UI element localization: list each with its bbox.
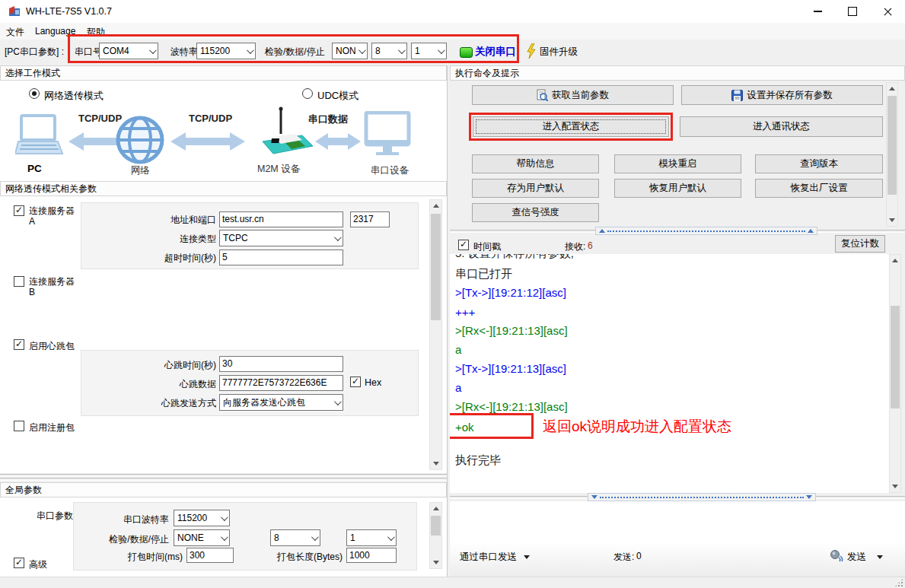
pack-len-input[interactable]: 1000 [346, 548, 397, 563]
pc-serial-params-label: [PC串口参数] : [5, 46, 64, 59]
firmware-upgrade-button[interactable]: 固件升级 [540, 46, 578, 59]
send-count: 0 [636, 551, 642, 561]
scroll-up-icon[interactable] [890, 255, 900, 266]
server-b-label: 连接服务器 [29, 275, 75, 288]
register-label: 启用注册包 [29, 421, 75, 434]
collapse-down-icon[interactable] [591, 495, 597, 499]
module-restart-button[interactable]: 模块重启 [614, 154, 741, 173]
scroll-up-icon[interactable] [887, 83, 897, 94]
radio-transparent-mode[interactable] [29, 88, 40, 99]
g-stopbits-select[interactable]: 1 [346, 529, 397, 546]
restore-user-default-button[interactable]: 恢复用户默认 [614, 179, 741, 198]
pc-laptop-icon [15, 114, 65, 160]
title-bar: WH-LTE-7S5 V1.0.7 [0, 0, 905, 23]
send-label: 发送: [613, 551, 634, 564]
pack-time-input[interactable]: 300 [186, 548, 234, 563]
get-params-button[interactable]: 获取当前参数 [472, 85, 674, 105]
chevron-down-icon[interactable] [331, 395, 343, 410]
send-speaker-icon [830, 548, 843, 562]
g-baud-label: 串口波特率 [85, 513, 169, 526]
scroll-down-icon[interactable] [890, 481, 900, 492]
conn-type-select[interactable]: TCPC [219, 230, 343, 246]
collapse-down-icon[interactable] [806, 495, 812, 499]
g-parity-select[interactable]: NONE [174, 529, 230, 546]
server-address-input[interactable]: test.usr.cn [219, 211, 343, 227]
resize-grip[interactable] [894, 578, 903, 587]
timeout-input[interactable]: 5 [219, 250, 343, 265]
dropdown-caret-icon[interactable] [877, 555, 883, 559]
log-line: a [455, 381, 461, 394]
chevron-down-icon[interactable] [218, 530, 229, 545]
hex-checkbox[interactable] [350, 377, 361, 387]
minimize-button[interactable] [800, 0, 835, 23]
scrollbar-thumb[interactable] [431, 214, 441, 320]
hb-time-input[interactable]: 30 [219, 356, 343, 372]
server-port-input[interactable]: 2317 [350, 211, 390, 227]
timestamp-checkbox[interactable] [458, 240, 469, 250]
splitter-left[interactable] [0, 474, 447, 477]
scroll-down-icon[interactable] [430, 557, 441, 568]
global-params-scrollbar[interactable] [429, 502, 442, 569]
close-button[interactable] [870, 0, 905, 23]
save-user-default-button[interactable]: 存为用户默认 [472, 179, 599, 198]
hb-mode-label: 心跳发送方式 [125, 397, 216, 410]
menu-file[interactable]: 文件 [6, 26, 24, 39]
send-area[interactable] [450, 501, 905, 577]
query-version-button[interactable]: 查询版本 [755, 154, 883, 173]
work-mode-header: 选择工作模式 [0, 65, 447, 81]
floppy-save-icon [731, 90, 743, 101]
diagram-link2-label: TCP/UDP [189, 113, 232, 124]
reset-count-button[interactable]: 复位计数 [835, 235, 885, 253]
scroll-down-icon[interactable] [430, 458, 441, 469]
hb-mode-select[interactable]: 向服务器发送心跳包 [219, 394, 343, 411]
query-signal-button[interactable]: 查信号强度 [472, 203, 599, 222]
chevron-down-icon[interactable] [384, 530, 396, 545]
scrollbar-thumb[interactable] [891, 306, 900, 408]
dropdown-caret-icon[interactable] [524, 555, 530, 559]
set-save-params-button[interactable]: 设置并保存所有参数 [681, 85, 883, 105]
splitter-handle[interactable] [595, 227, 817, 235]
recv-label: 接收: [565, 240, 585, 253]
scroll-up-icon[interactable] [430, 503, 441, 514]
log-area[interactable]: 5. 设置并保存所有参数; 串口已打开 >[Tx->][19:21:12][as… [450, 254, 889, 493]
server-a-checkbox[interactable] [14, 205, 24, 216]
log-annotation: 返回ok说明成功进入配置状态 [543, 417, 731, 437]
chevron-down-icon[interactable] [218, 510, 229, 526]
addr-port-label: 地址和端口 [125, 214, 216, 227]
maximize-button[interactable] [835, 0, 870, 23]
commands-scrollbar[interactable] [886, 82, 898, 227]
splitter-left-2[interactable] [0, 478, 447, 481]
radio-transparent-mode-label: 网络透传模式 [44, 89, 104, 103]
register-checkbox[interactable] [14, 421, 24, 431]
chevron-down-icon[interactable] [331, 230, 343, 246]
hb-data-label: 心跳数据 [125, 378, 216, 391]
diagram-network-label: 网络 [131, 164, 150, 177]
hb-time-label: 心跳时间(秒) [125, 359, 216, 372]
server-b-checkbox[interactable] [14, 276, 24, 287]
g-databits-select[interactable]: 8 [270, 529, 320, 546]
splitter-handle[interactable] [588, 493, 816, 501]
radio-udc-mode[interactable] [302, 88, 313, 99]
chevron-down-icon[interactable] [308, 530, 320, 545]
net-params-scrollbar[interactable] [429, 199, 442, 470]
collapse-up-icon[interactable] [808, 229, 814, 233]
send-via-serial-dropdown[interactable]: 通过串口发送 [460, 551, 517, 564]
collapse-up-icon[interactable] [599, 229, 605, 233]
scroll-up-icon[interactable] [430, 200, 441, 211]
close-icon [884, 8, 892, 16]
scrollbar-thumb[interactable] [887, 96, 897, 195]
hb-data-input[interactable]: 7777772E7573722E636E [219, 375, 343, 391]
panel-divider [447, 65, 448, 577]
enter-comm-button[interactable]: 进入通讯状态 [680, 116, 883, 137]
log-scrollbar[interactable] [889, 254, 901, 493]
send-button[interactable]: 发送 [847, 551, 866, 564]
timeout-label: 超时时间(秒) [125, 252, 216, 265]
advanced-checkbox[interactable] [14, 558, 24, 568]
help-info-button[interactable]: 帮助信息 [472, 154, 599, 173]
g-baud-select[interactable]: 115200 [174, 510, 230, 526]
scrollbar-thumb[interactable] [431, 516, 441, 536]
restore-factory-button[interactable]: 恢复出厂设置 [755, 179, 883, 198]
serial-group-label: 串口参数 [37, 510, 73, 523]
scroll-down-icon[interactable] [887, 215, 897, 226]
heartbeat-checkbox[interactable] [14, 339, 24, 350]
